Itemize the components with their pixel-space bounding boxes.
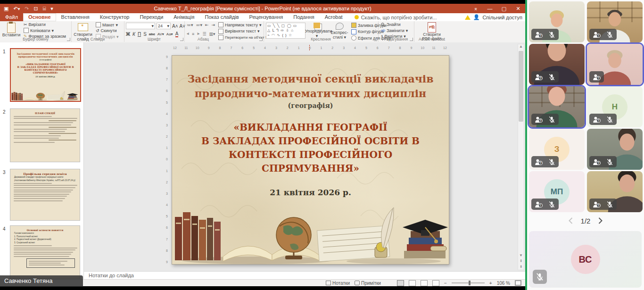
ribbon-tab-9[interactable]: Подання	[288, 13, 319, 21]
paste-button[interactable]: Вставити	[1, 22, 21, 38]
scroll-up-icon[interactable]: ▲	[518, 44, 524, 49]
numbering-icon[interactable]: ≕▾	[196, 23, 203, 27]
slide-thumbnail-1[interactable]: Засідання методичної секції викладачівпр…	[10, 48, 81, 102]
comments-toggle-button[interactable]: Примітки	[355, 281, 381, 286]
reset-button[interactable]: ↺Скинути	[96, 28, 118, 33]
notes-pane[interactable]: Нотатки до слайда	[84, 271, 525, 279]
text-direction-button[interactable]: Напрямок тексту ▾	[218, 22, 264, 27]
decrease-indent-icon[interactable]: ⇤	[205, 23, 209, 27]
change-case-icon[interactable]: Aa▾	[166, 32, 173, 36]
increase-indent-icon[interactable]: ⇥	[212, 23, 215, 27]
zoom-slider[interactable]	[452, 282, 485, 283]
pinned-participant-tile[interactable]: ВС	[529, 231, 642, 288]
vruler-tick: 3	[164, 124, 170, 127]
ribbon-tab-2[interactable]: Основне	[23, 13, 56, 21]
justify-icon[interactable]: ☰	[202, 32, 206, 36]
slide-thumbnail-3[interactable]: Профільна середня освітаДержавний станда…	[10, 169, 80, 221]
notes-toggle-button[interactable]: Нотатки	[326, 281, 350, 286]
clipboard-dialog-launcher[interactable]	[67, 38, 70, 41]
customize-qat-icon[interactable]: ▾	[50, 4, 53, 13]
participant-tile-1[interactable]: ?	[529, 1, 585, 42]
restore-icon[interactable]: ▢	[497, 4, 511, 13]
scroll-down-icon[interactable]: ▼	[518, 253, 524, 257]
previous-page-icon[interactable]	[568, 217, 573, 224]
slide-thumbnail-panel[interactable]: 1Засідання методичної секції викладачівп…	[0, 42, 84, 279]
redo-icon[interactable]: ↷	[25, 4, 29, 13]
scrollbar-thumb[interactable]	[519, 51, 523, 122]
bold-button[interactable]: Ж	[126, 32, 130, 37]
zoom-in-button[interactable]: +	[489, 281, 492, 286]
align-center-icon[interactable]: ≡	[192, 32, 194, 36]
strikethrough-button[interactable]: abc	[149, 32, 155, 36]
participant-tile-9[interactable]: МП!	[529, 171, 585, 212]
slideshow-view-button[interactable]	[432, 280, 439, 286]
arrange-button[interactable]: Упорядкувати ▾	[305, 23, 329, 39]
paragraph-dialog-launcher[interactable]	[259, 38, 263, 41]
start-slideshow-icon[interactable]: ⊡	[33, 4, 38, 13]
layout-button[interactable]: Макет ▾	[96, 22, 118, 27]
font-name-combobox[interactable]: ▾	[126, 23, 155, 29]
close-icon[interactable]: ✕	[511, 4, 525, 13]
next-slide-icon[interactable]: ⇟	[518, 265, 524, 269]
ribbon-tab-4[interactable]: Конструктор	[95, 13, 135, 21]
zoom-level[interactable]: 106 %	[497, 281, 510, 286]
copy-button[interactable]: Копіювати ▾	[24, 28, 66, 33]
participant-tile-3[interactable]: ?	[529, 44, 585, 85]
italic-button[interactable]: К	[132, 32, 135, 37]
undo-icon[interactable]: ↶▾	[13, 4, 20, 14]
participant-tile-8[interactable]: ?	[587, 129, 643, 170]
underline-button[interactable]: П	[138, 32, 141, 37]
editing-dialog-launcher[interactable]	[410, 38, 413, 41]
minimize-icon[interactable]: —	[483, 4, 497, 13]
hruler-tick: 11	[183, 46, 190, 50]
slide-thumbnail-2[interactable]: ПЛАН СЕКЦІЇ	[10, 108, 80, 162]
ribbon-display-options-icon[interactable]: ⌅	[469, 4, 483, 13]
reading-view-button[interactable]	[421, 280, 428, 286]
character-spacing-icon[interactable]: AV▾	[157, 32, 164, 36]
participant-tile-6[interactable]: Н?	[587, 86, 643, 127]
font-size-combobox[interactable]: 24▾	[157, 23, 171, 29]
font-dialog-launcher[interactable]	[180, 38, 183, 41]
ribbon-tab-6[interactable]: Анімація	[168, 13, 199, 21]
slide-canvas[interactable]: Засідання методичної секції викладачівпр…	[172, 55, 449, 265]
bullets-icon[interactable]: ≔▾	[187, 23, 193, 27]
shape-fill-button[interactable]: Заливка фігури	[351, 23, 378, 28]
previous-slide-icon[interactable]: ⇞	[518, 259, 524, 263]
slide-scrollbar[interactable]: ▲ ▼ ⇞ ⇟	[518, 44, 524, 270]
ribbon-tab-10[interactable]: Acrobat	[320, 13, 348, 21]
participant-tile-10[interactable]: ?	[587, 171, 643, 212]
find-button[interactable]: Знайти	[381, 22, 408, 27]
align-right-icon[interactable]: ⫸	[197, 31, 199, 36]
zoom-slider-knob[interactable]	[469, 281, 471, 285]
zoom-out-button[interactable]: −	[444, 281, 447, 286]
participant-tile-7[interactable]: З?	[529, 129, 585, 170]
cut-button[interactable]: ✂Вирізати	[24, 22, 66, 27]
align-left-icon[interactable]: ⫷	[187, 31, 189, 36]
ribbon-tab-7[interactable]: Показ слайдів	[200, 13, 244, 21]
save-icon[interactable]: ▣	[4, 4, 8, 13]
text-shadow-button[interactable]: S	[143, 32, 147, 37]
columns-icon[interactable]: ▥▾	[209, 32, 215, 36]
activation-warning-icon	[465, 15, 471, 20]
shape-outline-button[interactable]: Контур фігури	[351, 29, 378, 34]
participant-tile-5[interactable]: ?	[529, 86, 585, 127]
drawing-dialog-launcher[interactable]	[374, 38, 377, 41]
tell-me-box[interactable]: Скажіть, що потрібно зробити...	[348, 13, 437, 21]
next-page-icon[interactable]	[598, 217, 603, 224]
ribbon-tab-8[interactable]: Рецензування	[244, 13, 289, 21]
normal-view-button[interactable]	[397, 280, 404, 286]
grow-font-icon[interactable]: A˄	[172, 24, 178, 29]
fit-to-window-button[interactable]	[515, 280, 521, 286]
share-button[interactable]: Спільний доступ	[482, 15, 522, 20]
slide-thumbnail-4[interactable]: Основні аспекти поняттяГоловні компонент…	[10, 225, 80, 279]
print-preview-icon[interactable]: ⌸	[43, 4, 46, 13]
participant-tile-4[interactable]: ?	[587, 44, 643, 85]
replace-button[interactable]: abЗамінити ▾	[381, 28, 408, 33]
slide-sorter-view-button[interactable]	[409, 280, 416, 286]
ribbon-tab-5[interactable]: Переходи	[134, 13, 168, 21]
align-text-button[interactable]: Вирівняти текст ▾	[218, 29, 264, 34]
ribbon-tab-1[interactable]: Файл	[0, 13, 23, 21]
shapes-gallery[interactable]: ▭ ╲ ╲ ▢ ◯ ▭△ ᒪ ᒉ ⇨ ⇩ ⌂⌁ ◠ ∿ { } ☆	[266, 23, 305, 39]
participant-tile-2[interactable]: !	[587, 1, 643, 42]
ribbon-tab-3[interactable]: Вставлення	[56, 13, 95, 21]
